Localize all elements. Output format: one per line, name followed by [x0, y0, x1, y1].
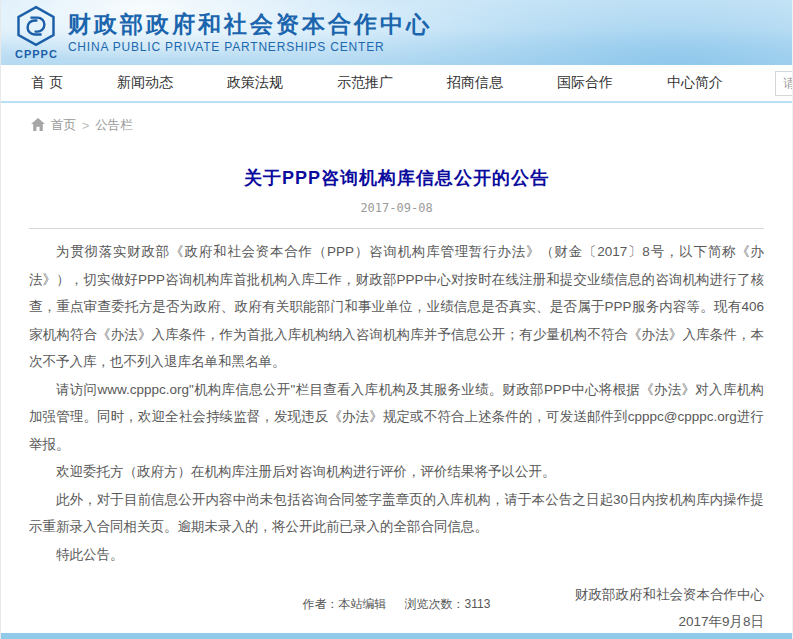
views-label: 浏览次数：: [405, 597, 465, 611]
nav-item-policy[interactable]: 政策法规: [227, 74, 283, 92]
title-divider: [29, 228, 764, 229]
breadcrumb-home[interactable]: 首页: [51, 117, 76, 134]
footer-bottom-bar: [1, 633, 792, 639]
site-logo[interactable]: CPPPC: [15, 5, 58, 60]
breadcrumb-separator: >: [82, 119, 89, 133]
article: 关于PPP咨询机构库信息公开的公告 2017-09-08 为贯彻落实财政部《政府…: [1, 166, 792, 639]
site-title-chinese: 财政部政府和社会资本合作中心: [68, 11, 432, 37]
article-paragraph: 此外，对于目前信息公开内容中尚未包括咨询合同签字盖章页的入库机构，请于本公告之日…: [29, 486, 764, 541]
article-title: 关于PPP咨询机构库信息公开的公告: [29, 166, 764, 190]
home-icon: [31, 118, 45, 134]
nav-item-investment[interactable]: 招商信息: [447, 74, 503, 92]
nav-item-international[interactable]: 国际合作: [557, 74, 613, 92]
author-label: 作者：: [303, 597, 339, 611]
article-paragraph: 欢迎委托方（政府方）在机构库注册后对咨询机构进行评价，评价结果将予以公开。: [29, 458, 764, 486]
cpppc-hexagon-logo-icon: [15, 5, 57, 47]
breadcrumb: 首页 > 公告栏: [1, 103, 792, 144]
article-paragraph: 为贯彻落实财政部《政府和社会资本合作（PPP）咨询机构库管理暂行办法》（财金〔2…: [29, 238, 764, 376]
logo-acronym: CPPPC: [15, 48, 58, 60]
search-input[interactable]: [775, 71, 793, 96]
nav-item-home[interactable]: 首 页: [31, 74, 63, 92]
site-header: CPPPC 财政部政府和社会资本合作中心 CHINA PUBLIC PRIVAT…: [1, 0, 792, 65]
main-navigation: 首 页 新闻动态 政策法规 示范推广 招商信息 国际合作 中心简介 中文|EN: [1, 65, 792, 103]
nav-item-news[interactable]: 新闻动态: [117, 74, 173, 92]
article-date: 2017-09-08: [29, 201, 764, 215]
site-title-english: CHINA PUBLIC PRIVATE PARTNERSHIPS CENTER: [68, 40, 432, 54]
article-paragraph: 特此公告。: [29, 541, 764, 569]
nav-item-demonstration[interactable]: 示范推广: [337, 74, 393, 92]
article-meta-line: 作者：本站编辑浏览次数：3113: [1, 596, 792, 613]
breadcrumb-current: 公告栏: [95, 117, 133, 134]
article-body: 为贯彻落实财政部《政府和社会资本合作（PPP）咨询机构库管理暂行办法》（财金〔2…: [29, 238, 764, 568]
article-paragraph: 请访问www.cpppc.org"机构库信息公开"栏目查看入库机构及其服务业绩。…: [29, 376, 764, 459]
views-count: 3113: [465, 597, 491, 611]
nav-item-about[interactable]: 中心简介: [667, 74, 723, 92]
author-value: 本站编辑: [339, 597, 387, 611]
